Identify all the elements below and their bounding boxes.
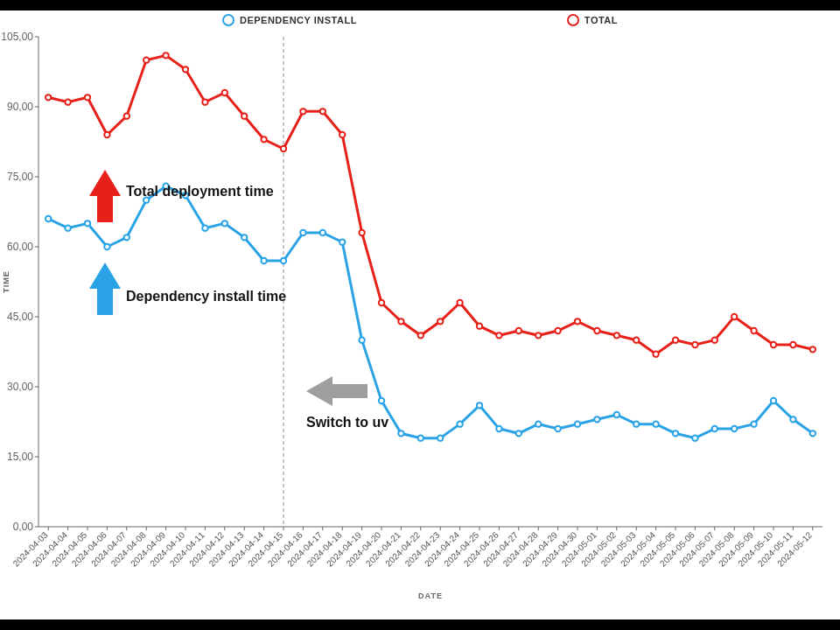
svg-point-160 [516,430,522,436]
svg-text:45,00: 45,00 [7,311,33,323]
svg-point-145 [222,220,228,226]
svg-point-127 [653,351,658,356]
svg-point-115 [418,332,424,338]
svg-point-151 [340,239,345,244]
annotation-switch: Switch to uv [306,415,388,430]
svg-point-124 [594,328,599,333]
svg-point-132 [751,328,756,333]
svg-point-135 [810,346,816,352]
svg-point-129 [692,342,697,347]
points-total [46,52,816,357]
svg-point-104 [202,99,207,104]
chart-legend: DEPENDENCY INSTALL TOTAL [0,14,840,26]
svg-text:30,00: 30,00 [7,381,33,393]
svg-point-96 [46,94,51,100]
svg-point-152 [359,337,364,342]
svg-point-174 [790,416,795,422]
svg-point-99 [104,132,109,137]
chart-plot-area: 0,0015,0030,0045,0060,0075,0090,00105,00… [38,37,822,527]
series-total [48,55,813,354]
svg-point-172 [751,421,756,426]
svg-point-164 [594,416,599,422]
svg-point-109 [300,108,305,114]
svg-point-157 [457,421,462,426]
svg-point-144 [202,225,207,230]
svg-point-138 [85,220,90,226]
svg-text:15,00: 15,00 [7,451,33,463]
svg-point-171 [732,426,737,431]
svg-point-153 [379,398,384,403]
svg-text:75,00: 75,00 [7,171,33,183]
svg-point-125 [614,332,620,338]
legend-label: DEPENDENCY INSTALL [240,15,357,25]
svg-point-110 [320,108,326,114]
svg-point-118 [477,323,482,328]
svg-point-114 [398,318,403,324]
svg-point-168 [673,430,678,436]
svg-point-128 [673,337,678,342]
svg-point-133 [771,342,776,347]
svg-point-107 [261,136,266,142]
svg-text:0,00: 0,00 [13,521,34,533]
chart-frame: DEPENDENCY INSTALL TOTAL 0,0015,0030,004… [0,10,840,620]
svg-point-170 [712,426,718,431]
svg-point-155 [418,435,424,440]
svg-point-166 [634,421,639,426]
legend-item-total: TOTAL [567,14,618,26]
svg-point-126 [634,337,639,342]
arrow-up-icon [89,262,121,315]
svg-text:60,00: 60,00 [7,241,33,253]
svg-point-97 [65,99,70,104]
svg-point-140 [124,234,130,240]
svg-text:90,00: 90,00 [7,101,33,113]
circle-icon [222,14,234,26]
series-dependency-install [48,186,813,438]
svg-point-98 [85,94,90,100]
svg-point-173 [771,398,776,403]
svg-point-131 [732,314,737,319]
svg-point-106 [242,113,247,118]
svg-point-165 [614,412,620,417]
svg-point-122 [555,328,560,333]
svg-point-169 [692,435,697,440]
annotation-dep: Dependency install time [126,289,286,304]
svg-point-108 [281,146,286,151]
arrow-up-icon [89,170,121,222]
svg-point-162 [555,426,560,431]
svg-point-105 [222,90,228,95]
svg-point-137 [65,225,70,230]
annotation-total: Total deployment time [126,184,274,200]
svg-point-112 [359,230,364,235]
svg-point-167 [653,421,658,426]
svg-text:105,00: 105,00 [1,31,33,43]
svg-point-136 [46,216,51,221]
svg-point-134 [790,342,795,347]
svg-point-130 [712,337,718,342]
svg-point-103 [183,66,188,72]
svg-point-175 [810,430,816,436]
svg-point-101 [144,57,149,62]
svg-point-119 [496,332,501,338]
svg-point-102 [163,52,168,58]
svg-point-117 [457,300,462,305]
svg-point-163 [575,421,580,426]
svg-point-146 [242,234,247,240]
svg-point-123 [575,318,580,324]
svg-point-147 [261,258,266,263]
svg-point-120 [516,328,522,333]
svg-point-113 [379,300,384,305]
svg-point-149 [300,230,305,235]
legend-label: TOTAL [584,15,618,25]
points-dependency-install [46,183,816,440]
arrow-left-icon [306,376,368,406]
svg-point-121 [536,332,541,338]
svg-point-161 [536,421,541,426]
svg-point-100 [124,113,130,118]
circle-icon [567,14,579,26]
svg-point-159 [496,426,501,431]
legend-item-dependency-install: DEPENDENCY INSTALL [222,14,357,26]
chart-svg: 0,0015,0030,0045,0060,0075,0090,00105,00… [38,37,822,527]
svg-point-148 [281,258,286,263]
x-axis-label: DATE [418,592,443,600]
svg-point-154 [398,430,403,436]
